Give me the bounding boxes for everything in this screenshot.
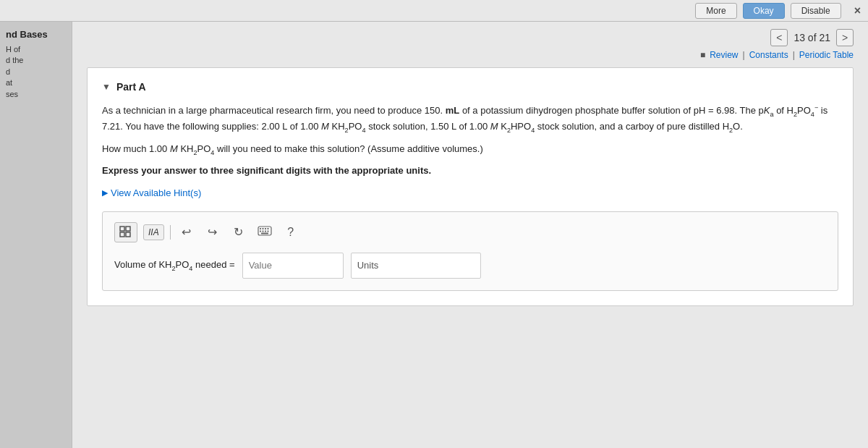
text-format-label: ΙΙΑ <box>148 227 159 237</box>
undo-icon: ↩ <box>182 225 191 239</box>
review-link[interactable]: Review <box>710 50 738 60</box>
nav-area: < 13 of 21 > <box>72 22 868 50</box>
answer-row: Volume of KH2PO4 needed = Units <box>114 253 826 279</box>
answer-toolbar: ΙΙΑ ↩ ↪ ↻ <box>114 222 826 242</box>
refresh-icon: ↻ <box>234 225 243 239</box>
svg-rect-1 <box>126 227 130 231</box>
problem-question: How much 1.00 M KH2PO4 will you need to … <box>102 142 838 158</box>
answer-label: Volume of KH2PO4 needed = <box>114 259 235 272</box>
keyboard-button[interactable] <box>255 222 275 242</box>
redo-button[interactable]: ↪ <box>203 222 223 242</box>
problem-line-1: As a technician in a large pharmaceutica… <box>102 103 838 136</box>
content-box: ▼ Part A As a technician in a large phar… <box>87 67 854 306</box>
svg-rect-3 <box>126 232 130 237</box>
svg-rect-6 <box>262 228 263 229</box>
top-bar: More Okay Disable × <box>0 0 868 22</box>
help-button[interactable]: ? <box>281 222 301 242</box>
sidebar-title: nd Bases <box>6 29 66 40</box>
links-bar: ■ Review | Constants | Periodic Table <box>72 50 868 67</box>
problem-text: As a technician in a large pharmaceutica… <box>102 103 838 179</box>
text-format-button[interactable]: ΙΙΑ <box>143 224 164 240</box>
grid-button[interactable] <box>114 222 137 242</box>
okay-button[interactable]: Okay <box>743 3 785 19</box>
review-icon: ■ <box>700 50 705 60</box>
svg-rect-5 <box>260 228 261 229</box>
undo-button[interactable]: ↩ <box>176 222 197 242</box>
sidebar-text: H of d the d at ses <box>6 44 66 100</box>
grid-icon <box>119 226 132 239</box>
nav-counter: 13 of 21 <box>793 32 830 43</box>
part-label: Part A <box>116 81 146 93</box>
svg-rect-7 <box>265 228 266 229</box>
svg-rect-0 <box>120 227 124 231</box>
problem-instruction: Express your answer to three significant… <box>102 164 838 179</box>
svg-rect-11 <box>265 230 266 232</box>
refresh-button[interactable]: ↻ <box>229 222 249 242</box>
part-header: ▼ Part A <box>102 81 838 93</box>
hint-label: View Available Hint(s) <box>111 187 201 198</box>
units-label: Units <box>357 260 379 271</box>
periodic-table-link[interactable]: Periodic Table <box>799 50 854 60</box>
keyboard-icon <box>258 226 272 239</box>
part-collapse-arrow[interactable]: ▼ <box>102 82 111 92</box>
main-content: < 13 of 21 > ■ Review | Constants | Peri… <box>72 22 868 448</box>
disable-button[interactable]: Disable <box>791 3 841 19</box>
close-icon[interactable]: × <box>854 4 861 17</box>
svg-rect-2 <box>120 232 124 237</box>
hint-link[interactable]: ▶ View Available Hint(s) <box>102 187 838 198</box>
svg-rect-9 <box>260 230 261 232</box>
svg-rect-8 <box>267 228 268 229</box>
sidebar: nd Bases H of d the d at ses <box>0 22 72 448</box>
constants-link[interactable]: Constants <box>749 50 788 60</box>
input-area: ΙΙΑ ↩ ↪ ↻ <box>102 211 838 291</box>
svg-rect-10 <box>262 230 263 232</box>
toolbar-separator <box>170 225 171 240</box>
more-button[interactable]: More <box>695 3 736 19</box>
help-icon: ? <box>287 226 294 239</box>
next-button[interactable]: > <box>836 29 854 46</box>
prev-button[interactable]: < <box>770 29 788 46</box>
hint-arrow-icon: ▶ <box>102 188 108 198</box>
value-input[interactable] <box>242 253 344 279</box>
redo-icon: ↪ <box>208 225 217 239</box>
units-display[interactable]: Units <box>351 253 481 279</box>
svg-rect-12 <box>267 230 268 232</box>
svg-rect-13 <box>261 232 268 234</box>
